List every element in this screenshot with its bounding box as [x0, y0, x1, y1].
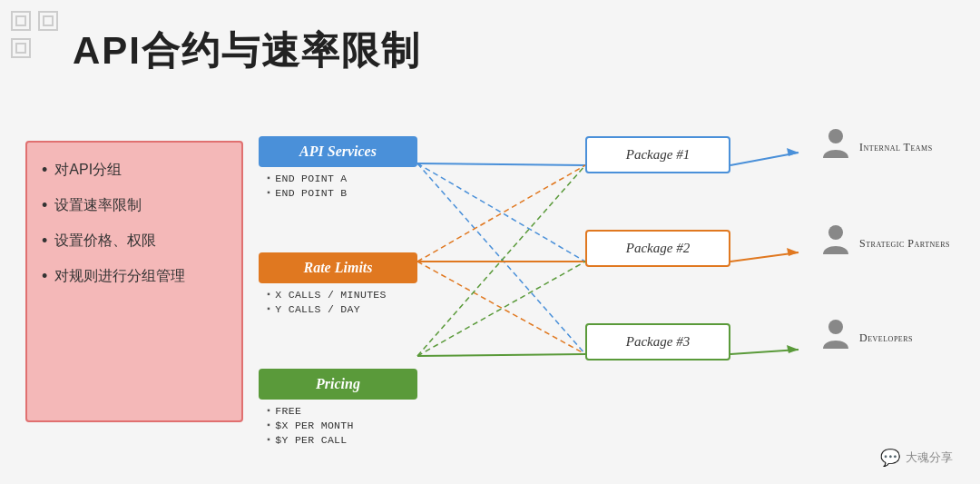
pricing-box: Pricing Free $X Per Month $Y Per Call: [259, 369, 417, 454]
left-summary-box: 对API分组设置速率限制设置价格、权限对规则进行分组管理: [25, 141, 243, 422]
internal-teams-label: Internal Teams: [859, 141, 933, 154]
rate-limits-header: Rate Limits: [259, 252, 417, 283]
svg-line-14: [417, 354, 585, 356]
svg-line-17: [730, 252, 799, 262]
svg-marker-20: [787, 345, 799, 353]
svg-line-19: [730, 350, 799, 354]
summary-item-3: 对规则进行分组管理: [42, 267, 227, 286]
pricing-header: Pricing: [259, 369, 417, 400]
api-services-header: API Services: [259, 136, 417, 167]
endpoint-b: End Point B: [266, 187, 410, 199]
package-2-box: Package #2: [585, 230, 730, 267]
rate-limits-items: X Calls / Minutes Y Calls / Day: [259, 283, 417, 323]
summary-item-0: 对API分组: [42, 161, 227, 180]
svg-marker-16: [787, 148, 799, 156]
developers-label: Developers: [859, 331, 913, 345]
package-3-slot: Package #3: [585, 323, 730, 361]
watermark: 💬 大魂分享: [880, 448, 953, 468]
decorative-pattern: [7, 7, 62, 62]
page-title: API合约与速率限制: [73, 25, 421, 76]
package-1-slot: Package #1: [585, 136, 730, 173]
svg-line-11: [417, 262, 585, 354]
user-icons-column: Internal Teams Strategic Partners Develo…: [821, 127, 957, 400]
pricing-per-call: $Y Per Call: [266, 434, 410, 446]
watermark-text: 大魂分享: [906, 449, 953, 466]
package-boxes-column: Package #1 Package #2 Package #3: [585, 136, 730, 361]
pricing-monthly: $X Per Month: [266, 420, 410, 431]
svg-marker-18: [787, 248, 799, 256]
package-2-slot: Package #2: [585, 230, 730, 267]
svg-rect-5: [16, 44, 25, 53]
api-services-box: API Services End Point A End Point B: [259, 136, 417, 207]
svg-line-9: [417, 165, 585, 262]
summary-list: 对API分组设置速率限制设置价格、权限对规则进行分组管理: [42, 161, 227, 286]
svg-rect-1: [16, 16, 25, 25]
api-services-items: End Point A End Point B: [259, 167, 417, 207]
svg-line-8: [417, 163, 585, 354]
svg-rect-2: [39, 12, 57, 30]
svg-line-7: [417, 163, 585, 262]
endpoint-a: End Point A: [266, 173, 410, 184]
svg-point-21: [828, 129, 843, 143]
svg-line-6: [417, 163, 585, 165]
watermark-icon: 💬: [880, 448, 900, 468]
svg-point-23: [828, 320, 843, 334]
svg-line-13: [417, 262, 585, 356]
diagram-area: API Services End Point A End Point B Rat…: [259, 127, 957, 454]
strategic-partners-label: Strategic Partners: [859, 237, 950, 251]
svg-rect-0: [12, 12, 30, 30]
internal-teams-slot: Internal Teams: [821, 127, 957, 167]
summary-item-1: 设置速率限制: [42, 196, 227, 215]
rate-calls-minutes: X Calls / Minutes: [266, 289, 410, 301]
package-1-box: Package #1: [585, 136, 730, 173]
svg-line-15: [730, 153, 799, 165]
package-3-box: Package #3: [585, 323, 730, 361]
strategic-partners-slot: Strategic Partners: [821, 223, 957, 263]
user-icon-internal: [821, 127, 850, 167]
user-icon-strategic: [821, 223, 850, 263]
svg-rect-3: [44, 16, 53, 25]
user-icon-developers: [821, 318, 850, 358]
pricing-free: Free: [266, 405, 410, 417]
pricing-items: Free $X Per Month $Y Per Call: [259, 400, 417, 454]
svg-point-22: [828, 225, 843, 240]
api-boxes-column: API Services End Point A End Point B Rat…: [259, 136, 417, 461]
summary-item-2: 设置价格、权限: [42, 232, 227, 251]
svg-rect-4: [12, 39, 30, 57]
svg-line-12: [417, 165, 585, 356]
rate-calls-day: Y Calls / Day: [266, 303, 410, 315]
developers-slot: Developers: [821, 318, 957, 358]
rate-limits-box: Rate Limits X Calls / Minutes Y Calls / …: [259, 252, 417, 323]
